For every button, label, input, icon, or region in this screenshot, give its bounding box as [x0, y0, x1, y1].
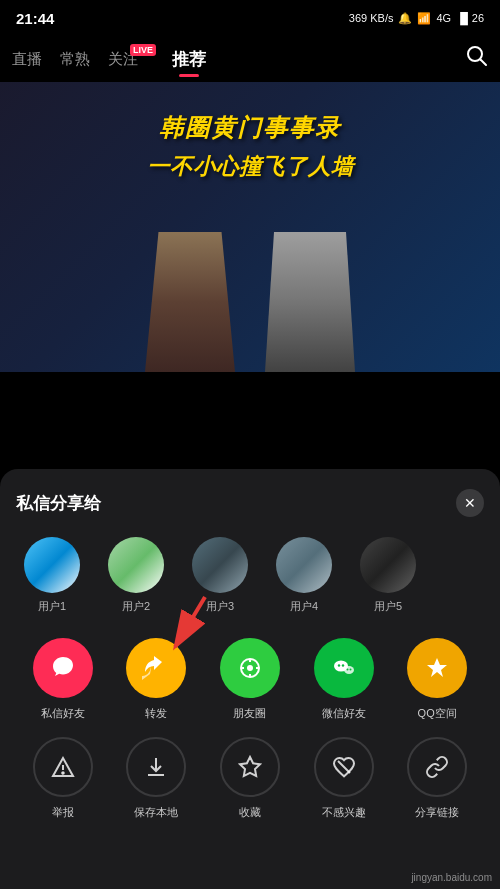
svg-point-16 — [62, 772, 64, 774]
status-bar: 21:44 369 KB/s 🔔 📶 4G ▐▌26 — [0, 0, 500, 36]
action-item-forward[interactable]: 转发 — [126, 638, 186, 721]
avatar-item[interactable]: 用户3 — [184, 537, 256, 614]
avatar-item[interactable]: 用户4 — [268, 537, 340, 614]
dislike-icon — [314, 737, 374, 797]
avatar-name-3: 用户3 — [206, 599, 234, 614]
qqzone-label: QQ空间 — [418, 706, 457, 721]
avatar-circle-1 — [24, 537, 80, 593]
action-item-dislike[interactable]: 不感兴趣 — [314, 737, 374, 820]
action-item-collect[interactable]: 收藏 — [220, 737, 280, 820]
copylink-label: 分享链接 — [415, 805, 459, 820]
svg-point-3 — [247, 665, 253, 671]
svg-marker-17 — [240, 757, 260, 776]
nav-items: 直播 常熟 关注 LIVE 推荐 — [12, 48, 206, 71]
moments-icon — [220, 638, 280, 698]
avatar-circle-5 — [360, 537, 416, 593]
avatar-name-5: 用户5 — [374, 599, 402, 614]
figure-left — [145, 232, 235, 372]
svg-point-10 — [337, 664, 339, 666]
video-title-2: 一不小心撞飞了人墙 — [20, 152, 480, 182]
svg-point-11 — [341, 664, 343, 666]
collect-icon — [220, 737, 280, 797]
action-item-moments[interactable]: 朋友圈 — [220, 638, 280, 721]
share-header: 私信分享给 ✕ — [16, 489, 484, 517]
svg-point-13 — [349, 669, 351, 671]
figure-right — [265, 232, 355, 372]
video-figures — [0, 212, 500, 372]
action-row-1: 私信好友 转发 朋友圈 — [16, 638, 484, 721]
save-icon — [126, 737, 186, 797]
avatar-circle-4 — [276, 537, 332, 593]
status-time: 21:44 — [16, 10, 54, 27]
report-label: 举报 — [52, 805, 74, 820]
action-item-qqzone[interactable]: QQ空间 — [407, 638, 467, 721]
share-title: 私信分享给 — [16, 492, 101, 515]
forward-icon — [126, 638, 186, 698]
bell-icon: 🔔 — [398, 12, 412, 25]
forward-label: 转发 — [145, 706, 167, 721]
video-title-1: 韩圈黄门事事录 — [20, 112, 480, 144]
svg-point-9 — [344, 666, 354, 674]
qqzone-icon — [407, 638, 467, 698]
action-item-report[interactable]: 举报 — [33, 737, 93, 820]
moments-label: 朋友圈 — [233, 706, 266, 721]
action-item-wechat[interactable]: 微信好友 — [314, 638, 374, 721]
svg-marker-14 — [427, 658, 447, 677]
avatar-circle-2 — [108, 537, 164, 593]
avatar-name-4: 用户4 — [290, 599, 318, 614]
avatar-name-2: 用户2 — [122, 599, 150, 614]
wechat-label: 微信好友 — [322, 706, 366, 721]
action-row-2: 举报 保存本地 收藏 — [16, 737, 484, 820]
action-item-save[interactable]: 保存本地 — [126, 737, 186, 820]
action-item-copylink[interactable]: 分享链接 — [407, 737, 467, 820]
dislike-label: 不感兴趣 — [322, 805, 366, 820]
battery-icon: ▐▌26 — [456, 12, 484, 24]
share-modal: 私信分享给 ✕ 用户1 用户2 用户3 用户4 用户5 — [0, 469, 500, 889]
network-speed: 369 KB/s — [349, 12, 394, 24]
dm-label: 私信好友 — [41, 706, 85, 721]
status-icons: 369 KB/s 🔔 📶 4G ▐▌26 — [349, 12, 484, 25]
save-label: 保存本地 — [134, 805, 178, 820]
close-button[interactable]: ✕ — [456, 489, 484, 517]
svg-line-1 — [481, 60, 487, 66]
avatar-item[interactable]: 用户1 — [16, 537, 88, 614]
wechat-icon — [314, 638, 374, 698]
avatar-item[interactable]: 用户5 — [352, 537, 424, 614]
nav-item-live[interactable]: 直播 — [12, 50, 42, 69]
nav-item-follow[interactable]: 关注 LIVE — [108, 50, 138, 69]
avatar-name-1: 用户1 — [38, 599, 66, 614]
link-icon — [407, 737, 467, 797]
top-nav: 直播 常熟 关注 LIVE 推荐 — [0, 36, 500, 82]
video-area: 韩圈黄门事事录 一不小心撞飞了人墙 — [0, 82, 500, 372]
watermark: jingyan.baidu.com — [411, 872, 492, 883]
svg-point-12 — [346, 669, 348, 671]
wifi-icon: 📶 — [417, 12, 431, 25]
avatar-circle-3 — [192, 537, 248, 593]
signal-icon: 4G — [436, 12, 451, 24]
report-icon — [33, 737, 93, 797]
nav-item-recommend[interactable]: 推荐 — [172, 48, 206, 71]
dm-icon — [33, 638, 93, 698]
collect-label: 收藏 — [239, 805, 261, 820]
nav-item-changsha[interactable]: 常熟 — [60, 50, 90, 69]
live-badge: LIVE — [130, 44, 156, 56]
action-item-dm[interactable]: 私信好友 — [33, 638, 93, 721]
avatar-item[interactable]: 用户2 — [100, 537, 172, 614]
search-icon[interactable] — [466, 45, 488, 73]
avatar-row: 用户1 用户2 用户3 用户4 用户5 — [16, 537, 484, 614]
